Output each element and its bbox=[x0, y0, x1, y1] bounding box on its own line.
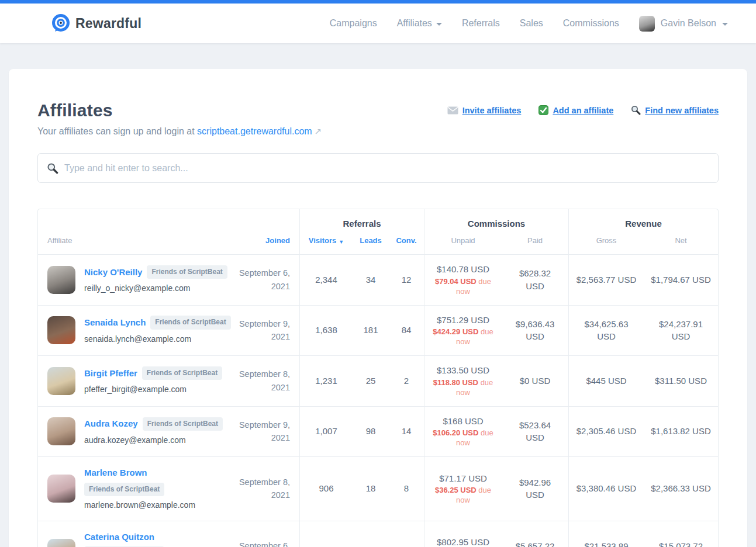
page-header: Affiliates Invite affiliates bbox=[37, 101, 719, 120]
affiliate-avatar[interactable] bbox=[47, 266, 75, 294]
column-net: Net bbox=[644, 231, 718, 254]
affiliate-email: reilly_o_nicky@example.com bbox=[84, 282, 227, 294]
group-referrals: Referrals bbox=[300, 209, 424, 231]
due-amount: $424.29 USD bbox=[433, 327, 478, 336]
chevron-down-icon bbox=[436, 23, 442, 26]
affiliate-avatar[interactable] bbox=[47, 539, 75, 547]
affiliate-cell: Audra Kozey Friends of ScriptBeat audra.… bbox=[38, 407, 231, 457]
visitors-cell: 906 bbox=[300, 457, 353, 520]
search-input[interactable] bbox=[63, 162, 709, 174]
chevron-down-icon bbox=[722, 23, 728, 26]
affiliate-info: Nicky O'Reilly Friends of ScriptBeat rei… bbox=[84, 265, 227, 295]
due-amount: $79.04 USD bbox=[435, 277, 477, 286]
affiliate-name[interactable]: Senaida Lynch bbox=[84, 316, 146, 329]
affiliate-avatar[interactable] bbox=[47, 316, 75, 344]
paid-cell: $523.64 USD bbox=[502, 407, 569, 457]
unpaid-cell: $133.50 USD $118.80 USD due now bbox=[424, 356, 502, 406]
unpaid-amount: $802.95 USD bbox=[437, 536, 489, 547]
affiliate-email: pfeffer_birgit@example.com bbox=[84, 383, 222, 395]
due-amount: $106.20 USD bbox=[433, 428, 478, 437]
conv-cell: 14 bbox=[389, 407, 424, 457]
affiliate-badge: Friends of ScriptBeat bbox=[84, 483, 164, 496]
unpaid-cell: $140.78 USD $79.04 USD due now bbox=[424, 255, 502, 305]
joined-cell: September 9, 2021 bbox=[231, 407, 300, 457]
unpaid-cell: $751.29 USD $424.29 USD due now bbox=[424, 306, 502, 356]
unpaid-cell: $71.17 USD $36.25 USD due now bbox=[424, 457, 502, 520]
joined-cell: September 8, 2021 bbox=[231, 356, 300, 406]
gross-cell: $3,380.46 USD bbox=[569, 457, 644, 520]
search-bar bbox=[37, 153, 719, 183]
column-gross: Gross bbox=[569, 231, 644, 254]
column-leads[interactable]: Leads bbox=[353, 231, 389, 254]
affiliate-portal-link[interactable]: scriptbeat.getrewardful.com bbox=[197, 126, 312, 136]
unpaid-amount: $133.50 USD bbox=[437, 364, 489, 377]
affiliate-info: Marlene Brown Friends of ScriptBeat marl… bbox=[84, 466, 195, 511]
invite-affiliates-label: Invite affiliates bbox=[462, 106, 522, 115]
affiliate-name[interactable]: Audra Kozey bbox=[84, 417, 138, 430]
search-icon bbox=[47, 162, 58, 174]
affiliate-cell: Nicky O'Reilly Friends of ScriptBeat rei… bbox=[38, 255, 231, 305]
visitors-cell: 1,007 bbox=[300, 407, 353, 457]
affiliates-table: Referrals Commissions Revenue Affiliate … bbox=[37, 209, 719, 547]
affiliate-avatar[interactable] bbox=[47, 475, 75, 503]
column-visitors[interactable]: Visitors bbox=[300, 231, 353, 254]
due-now: $106.20 USD due now bbox=[430, 428, 496, 448]
affiliates-card: Affiliates Invite affiliates bbox=[9, 69, 747, 547]
affiliate-avatar[interactable] bbox=[47, 367, 75, 395]
user-avatar bbox=[639, 16, 655, 32]
navbar: Rewardful Campaigns Affiliates Referrals… bbox=[0, 4, 756, 43]
unpaid-amount: $751.29 USD bbox=[437, 314, 489, 327]
visitors-cell: 1,638 bbox=[300, 306, 353, 356]
user-menu[interactable]: Gavin Belson bbox=[639, 16, 728, 32]
green-check-icon bbox=[538, 105, 548, 115]
visitors-cell: 1,231 bbox=[300, 356, 353, 406]
affiliate-name[interactable]: Nicky O'Reilly bbox=[84, 266, 142, 279]
nav-item-campaigns[interactable]: Campaigns bbox=[330, 18, 377, 29]
rewardful-logo-icon bbox=[51, 14, 70, 33]
paid-cell: $628.32 USD bbox=[502, 255, 569, 305]
affiliate-info: Birgit Pfeffer Friends of ScriptBeat pfe… bbox=[84, 366, 222, 396]
affiliate-badge: Friends of ScriptBeat bbox=[147, 265, 227, 279]
nav-item-commissions[interactable]: Commissions bbox=[563, 18, 619, 29]
affiliate-avatar[interactable] bbox=[47, 417, 75, 445]
affiliate-name[interactable]: Caterina Quitzon bbox=[84, 531, 154, 543]
group-commissions: Commissions bbox=[424, 209, 569, 231]
nav-item-label: Referrals bbox=[462, 18, 500, 29]
nav-item-sales[interactable]: Sales bbox=[520, 18, 543, 29]
unpaid-cell: $168 USD $106.20 USD due now bbox=[424, 407, 502, 457]
table-body: Nicky O'Reilly Friends of ScriptBeat rei… bbox=[38, 254, 718, 547]
joined-cell: September 9, 2021 bbox=[231, 306, 300, 356]
table-row: Caterina Quitzon Friends of ScriptBeat c… bbox=[38, 521, 718, 547]
column-visitors-label: Visitors bbox=[309, 236, 336, 245]
column-conv[interactable]: Conv. bbox=[389, 231, 424, 254]
affiliate-info: Audra Kozey Friends of ScriptBeat audra.… bbox=[84, 417, 223, 446]
net-cell: $2,366.33 USD bbox=[644, 457, 718, 520]
affiliate-email: marlene.brown@example.com bbox=[84, 499, 195, 511]
nav-item-label: Commissions bbox=[563, 18, 619, 29]
nav-item-referrals[interactable]: Referrals bbox=[462, 18, 500, 29]
affiliate-name[interactable]: Marlene Brown bbox=[84, 466, 147, 479]
due-amount: $36.25 USD bbox=[435, 486, 477, 494]
group-revenue: Revenue bbox=[569, 209, 718, 231]
brand-logo[interactable]: Rewardful bbox=[51, 14, 141, 33]
table-column-header: Affiliate Joined Visitors Leads Conv. Un… bbox=[38, 231, 718, 254]
leads-cell: 181 bbox=[353, 306, 389, 356]
find-new-affiliates-link[interactable]: Find new affiliates bbox=[631, 105, 719, 115]
brand-name: Rewardful bbox=[75, 16, 141, 32]
joined-cell: September 6, 2021 bbox=[231, 255, 300, 305]
nav-item-affiliates[interactable]: Affiliates bbox=[397, 18, 442, 29]
affiliate-name[interactable]: Birgit Pfeffer bbox=[84, 367, 137, 380]
table-row: Birgit Pfeffer Friends of ScriptBeat pfe… bbox=[38, 355, 718, 406]
user-name: Gavin Belson bbox=[661, 18, 716, 29]
column-paid: Paid bbox=[502, 231, 569, 254]
page-actions: Invite affiliates Add an affiliate bbox=[447, 105, 719, 115]
invite-affiliates-link[interactable]: Invite affiliates bbox=[447, 105, 522, 115]
conv-cell: 12 bbox=[389, 255, 424, 305]
unpaid-amount: $168 USD bbox=[443, 415, 483, 428]
leads-cell: 25 bbox=[353, 356, 389, 406]
nav-item-label: Sales bbox=[520, 18, 543, 29]
net-cell: $1,613.82 USD bbox=[644, 407, 718, 457]
add-an-affiliate-link[interactable]: Add an affiliate bbox=[538, 105, 613, 115]
column-joined[interactable]: Joined bbox=[231, 231, 300, 254]
net-cell: $24,237.91 USD bbox=[644, 306, 718, 356]
